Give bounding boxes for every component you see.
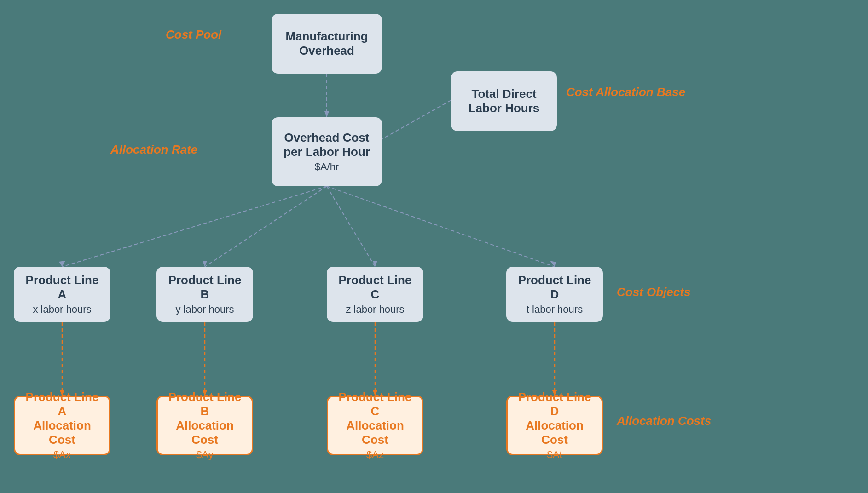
manufacturing-overhead-line1: Manufacturing	[285, 29, 368, 44]
alloc-b-line2: Allocation Cost	[165, 418, 244, 447]
svg-marker-1	[324, 111, 329, 117]
svg-marker-9	[373, 261, 377, 267]
pl-a-line2: x labor hours	[33, 304, 91, 315]
product-line-d-box: Product Line D t labor hours	[506, 267, 603, 322]
alloc-c-line3: $Az	[366, 449, 384, 461]
total-direct-line2: Labor Hours	[469, 101, 540, 115]
manufacturing-overhead-box: Manufacturing Overhead	[272, 14, 382, 74]
alloc-a-line1: Product Line A	[23, 390, 102, 418]
diagram-container: Manufacturing Overhead Total Direct Labo…	[0, 0, 868, 493]
overhead-cost-line2: per Labor Hour	[284, 145, 370, 159]
total-direct-line1: Total Direct	[471, 87, 536, 101]
alloc-b-line1: Product Line B	[165, 390, 244, 418]
svg-marker-7	[203, 261, 207, 267]
total-direct-labor-box: Total Direct Labor Hours	[451, 71, 557, 131]
alloc-d-line1: Product Line D	[515, 390, 594, 418]
svg-line-6	[205, 186, 327, 267]
cost-pool-label: Cost Pool	[166, 28, 221, 42]
svg-line-4	[62, 186, 327, 267]
alloc-cost-a-box: Product Line A Allocation Cost $Ax	[14, 396, 110, 455]
allocation-rate-label: Allocation Rate	[110, 143, 197, 157]
svg-marker-11	[550, 261, 556, 267]
alloc-cost-b-box: Product Line B Allocation Cost $Ay	[156, 396, 253, 455]
pl-a-line1: Product Line A	[21, 273, 103, 302]
cost-allocation-base-label: Cost Allocation Base	[566, 85, 685, 99]
product-line-a-box: Product Line A x labor hours	[14, 267, 110, 322]
pl-b-line2: y labor hours	[175, 304, 234, 315]
allocation-costs-label: Allocation Costs	[617, 414, 711, 428]
alloc-d-line2: Allocation Cost	[515, 418, 594, 447]
svg-marker-5	[59, 261, 65, 267]
alloc-a-line2: Allocation Cost	[23, 418, 102, 447]
svg-line-8	[327, 186, 375, 267]
alloc-a-line3: $Ax	[53, 449, 71, 461]
product-line-c-box: Product Line C z labor hours	[327, 267, 423, 322]
pl-c-line2: z labor hours	[346, 304, 404, 315]
alloc-d-line3: $At	[547, 449, 562, 461]
alloc-b-line3: $Ay	[196, 449, 214, 461]
pl-d-line1: Product Line D	[514, 273, 596, 302]
alloc-c-line2: Allocation Cost	[336, 418, 415, 447]
arrows-svg	[0, 0, 868, 493]
svg-line-10	[327, 186, 555, 267]
svg-line-2	[377, 100, 451, 142]
cost-objects-label: Cost Objects	[617, 285, 690, 299]
pl-b-line1: Product Line B	[164, 273, 246, 302]
pl-d-line2: t labor hours	[527, 304, 583, 315]
overhead-cost-line3: $A/hr	[315, 161, 339, 173]
alloc-c-line1: Product Line C	[336, 390, 415, 418]
overhead-cost-line1: Overhead Cost	[284, 131, 370, 145]
manufacturing-overhead-line2: Overhead	[299, 44, 354, 58]
alloc-cost-c-box: Product Line C Allocation Cost $Az	[327, 396, 423, 455]
overhead-cost-box: Overhead Cost per Labor Hour $A/hr	[272, 117, 382, 186]
product-line-b-box: Product Line B y labor hours	[156, 267, 253, 322]
alloc-cost-d-box: Product Line D Allocation Cost $At	[506, 396, 603, 455]
pl-c-line1: Product Line C	[334, 273, 416, 302]
